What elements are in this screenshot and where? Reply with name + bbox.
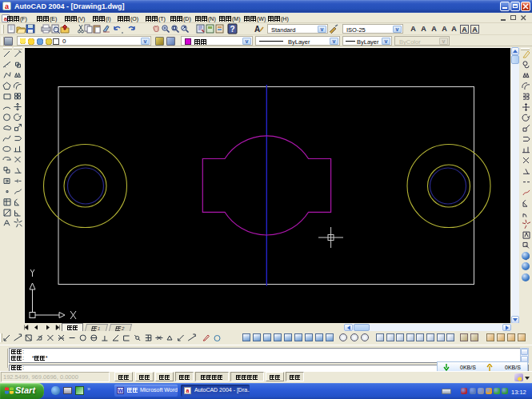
svg-text:A: A [254,25,260,34]
svg-text:?: ? [230,25,234,34]
